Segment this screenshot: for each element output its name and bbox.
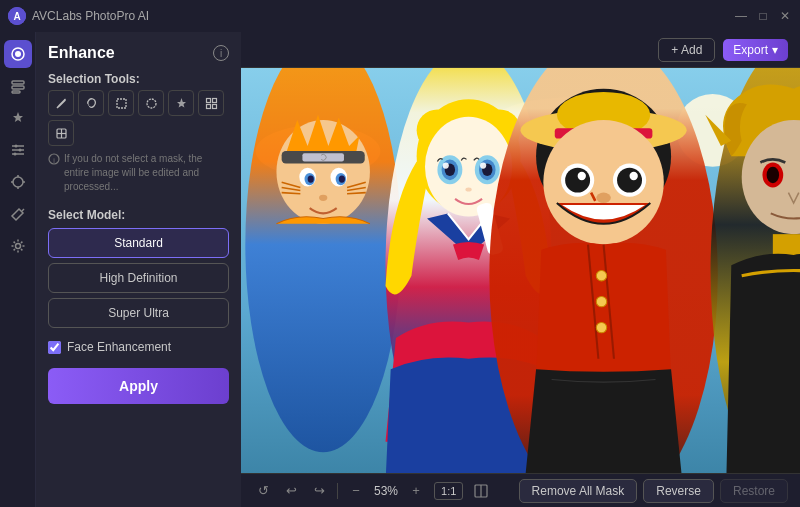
app-icon: A xyxy=(8,7,26,25)
anime-image xyxy=(241,68,800,473)
svg-line-19 xyxy=(22,209,24,211)
content-area: + Add Export ▾ xyxy=(241,32,800,507)
svg-text:A: A xyxy=(13,11,20,22)
top-bar: + Add Export ▾ xyxy=(241,32,800,68)
grid-tool[interactable] xyxy=(198,90,224,116)
svg-point-11 xyxy=(14,145,17,148)
svg-point-84 xyxy=(630,172,638,180)
svg-point-83 xyxy=(578,172,586,180)
model-hd-button[interactable]: High Definition xyxy=(48,263,229,293)
divider xyxy=(337,483,338,499)
rail-icon-enhance[interactable] xyxy=(4,40,32,68)
svg-text:i: i xyxy=(53,157,55,164)
svg-line-21 xyxy=(64,99,65,100)
circle-select-tool[interactable] xyxy=(138,90,164,116)
svg-point-12 xyxy=(18,149,21,152)
bottom-right-controls: Remove All Mask Reverse Restore xyxy=(519,479,788,503)
minimize-button[interactable]: — xyxy=(734,9,748,23)
add-button[interactable]: + Add xyxy=(658,38,715,62)
title-bar: A AVCLabs PhotoPro AI — □ ✕ xyxy=(0,0,800,32)
svg-line-53 xyxy=(347,193,366,194)
rail-icon-tools[interactable] xyxy=(4,200,32,228)
restore-button[interactable]: Restore xyxy=(720,479,788,503)
svg-point-87 xyxy=(596,296,606,306)
svg-point-86 xyxy=(596,271,606,281)
svg-rect-6 xyxy=(12,91,20,93)
close-button[interactable]: ✕ xyxy=(778,9,792,23)
svg-marker-25 xyxy=(177,98,186,108)
main-layout: Enhance i Selection Tools: xyxy=(0,32,800,507)
svg-point-70 xyxy=(465,187,471,191)
selection-tools-label: Selection Tools: xyxy=(48,72,229,86)
model-label: Select Model: xyxy=(48,208,229,222)
svg-line-50 xyxy=(282,193,301,194)
face-enhancement-label[interactable]: Face Enhancement xyxy=(67,340,171,354)
rail-icon-settings[interactable] xyxy=(4,232,32,260)
apply-button[interactable]: Apply xyxy=(48,368,229,404)
face-enhancement-row: Face Enhancement xyxy=(48,340,229,354)
zoom-out-icon[interactable]: − xyxy=(346,481,366,501)
rail-icon-effects[interactable] xyxy=(4,168,32,196)
panel-header: Enhance i xyxy=(48,44,229,62)
model-section: Select Model: Standard High Definition S… xyxy=(48,204,229,328)
svg-point-14 xyxy=(13,177,23,187)
svg-point-68 xyxy=(443,163,449,169)
model-standard-button[interactable]: Standard xyxy=(48,228,229,258)
svg-point-81 xyxy=(565,168,590,193)
svg-point-13 xyxy=(13,153,16,156)
svg-rect-27 xyxy=(212,98,216,102)
svg-rect-26 xyxy=(206,98,210,102)
remove-all-mask-button[interactable]: Remove All Mask xyxy=(519,479,638,503)
tools-row xyxy=(48,90,229,146)
svg-line-22 xyxy=(88,104,90,107)
magic-tool[interactable] xyxy=(168,90,194,116)
bottom-bar: ↺ ↩ ↪ − 53% + 1:1 Remove All Mask Revers… xyxy=(241,473,800,507)
title-bar-left: A AVCLabs PhotoPro AI xyxy=(8,7,149,25)
svg-point-69 xyxy=(480,163,486,169)
undo-icon[interactable]: ↩ xyxy=(281,481,301,501)
pen-tool[interactable] xyxy=(48,90,74,116)
svg-point-88 xyxy=(596,322,606,332)
hint-text: If you do not select a mask, the entire … xyxy=(64,152,229,194)
face-enhancement-checkbox[interactable] xyxy=(48,341,61,354)
rail-icon-adjust[interactable] xyxy=(4,136,32,164)
svg-point-20 xyxy=(15,244,20,249)
panel-title: Enhance xyxy=(48,44,115,62)
app-title: AVCLabs PhotoPro AI xyxy=(32,9,149,23)
redo-icon[interactable]: ↪ xyxy=(309,481,329,501)
svg-rect-28 xyxy=(206,104,210,108)
image-area[interactable] xyxy=(241,68,800,473)
svg-point-97 xyxy=(767,167,779,184)
svg-point-24 xyxy=(147,99,156,108)
icon-rail xyxy=(0,32,36,507)
svg-rect-5 xyxy=(12,86,24,89)
left-panel: Enhance i Selection Tools: xyxy=(36,32,241,507)
lasso-tool[interactable] xyxy=(78,90,104,116)
rail-icon-magic[interactable] xyxy=(4,104,32,132)
rail-icon-layers[interactable] xyxy=(4,72,32,100)
brush-tool[interactable] xyxy=(48,120,74,146)
maximize-button[interactable]: □ xyxy=(756,9,770,23)
ratio-button[interactable]: 1:1 xyxy=(434,482,463,500)
reverse-button[interactable]: Reverse xyxy=(643,479,714,503)
selection-tools-section: Selection Tools: xyxy=(48,72,229,194)
svg-point-3 xyxy=(15,51,21,57)
model-ultra-button[interactable]: Super Ultra xyxy=(48,298,229,328)
svg-rect-23 xyxy=(117,99,126,108)
split-view-icon[interactable] xyxy=(471,481,491,501)
svg-point-82 xyxy=(617,168,642,193)
refresh-icon[interactable]: ↺ xyxy=(253,481,273,501)
svg-point-85 xyxy=(596,193,611,203)
bottom-left-controls: ↺ ↩ ↪ − 53% + 1:1 xyxy=(253,481,491,501)
zoom-in-icon[interactable]: + xyxy=(406,481,426,501)
info-icon[interactable]: i xyxy=(213,45,229,61)
window-controls: — □ ✕ xyxy=(734,9,792,23)
export-button[interactable]: Export ▾ xyxy=(723,39,788,61)
svg-point-47 xyxy=(339,175,345,182)
rect-select-tool[interactable] xyxy=(108,90,134,116)
zoom-level: 53% xyxy=(374,484,398,498)
svg-point-54 xyxy=(319,195,327,201)
svg-point-46 xyxy=(308,175,314,182)
svg-rect-4 xyxy=(12,81,24,84)
svg-marker-7 xyxy=(13,112,23,122)
